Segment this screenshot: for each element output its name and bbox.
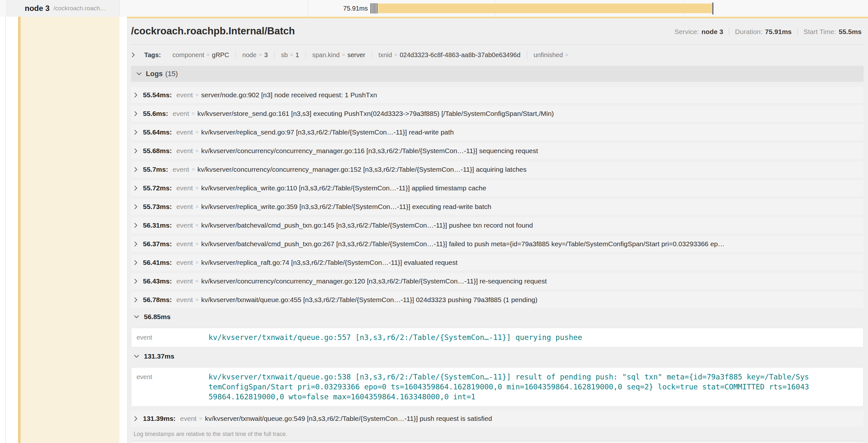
tag-item: component = gRPC bbox=[166, 52, 236, 59]
log-row[interactable]: 55.72ms: event = kv/kvserver/replica_wri… bbox=[131, 180, 864, 196]
log-row[interactable]: 56.37ms: event = kv/kvserver/batcheval/c… bbox=[131, 236, 864, 252]
log-timestamp: 55.7ms: bbox=[143, 166, 168, 173]
chevron-right-icon[interactable] bbox=[134, 185, 138, 191]
log-row[interactable]: 56.78ms: event = kv/kvserver/txnwait/que… bbox=[131, 292, 864, 308]
log-entry-expanded: 56.85ms event kv/kvserver/txnwait/queue.… bbox=[131, 310, 864, 347]
log-timestamp: 56.37ms: bbox=[143, 240, 172, 248]
chevron-right-icon[interactable] bbox=[134, 129, 138, 135]
logs-footer-note: Log timestamps are relative to the start… bbox=[131, 429, 864, 439]
log-timestamp: 55.73ms: bbox=[143, 203, 172, 211]
log-field-key: event bbox=[176, 184, 193, 192]
log-row[interactable]: 56.43ms: event = kv/kvserver/concurrency… bbox=[131, 273, 864, 289]
log-entry-header[interactable]: 56.85ms bbox=[131, 310, 864, 323]
log-row[interactable]: 55.7ms: event = kv/kvserver/concurrency/… bbox=[131, 162, 864, 177]
log-field-key: event bbox=[173, 166, 189, 173]
logs-section-header[interactable]: Logs (15) bbox=[131, 66, 864, 82]
chevron-right-icon[interactable] bbox=[134, 241, 138, 247]
logs-count: (15) bbox=[165, 70, 178, 78]
log-field-value: kv/kvserver/concurrency/concurrency_mana… bbox=[197, 166, 527, 173]
log-row[interactable]: 56.31ms: event = kv/kvserver/batcheval/c… bbox=[131, 217, 864, 233]
log-field-key: event bbox=[176, 277, 193, 285]
tag-key: unfinished bbox=[534, 52, 563, 59]
equals-sign: = bbox=[195, 129, 198, 135]
log-timestamp: 56.85ms bbox=[144, 313, 170, 321]
trace-span-row[interactable]: node 3 /cockroach.roach… 75.91ms bbox=[0, 0, 868, 17]
equals-sign: = bbox=[192, 110, 195, 117]
tag-list: component = gRPC node = 3 sb = 1 span.ki… bbox=[166, 52, 577, 59]
span-detail-panel: /cockroach.roachpb.Internal/Batch Servic… bbox=[127, 17, 868, 443]
log-field-key: event bbox=[176, 91, 193, 99]
log-timestamp: 55.68ms: bbox=[143, 147, 172, 155]
log-entry-header[interactable]: 131.37ms bbox=[131, 350, 864, 363]
log-field-key: event bbox=[176, 296, 193, 304]
log-list: 55.54ms: event = server/node.go:902 [n3]… bbox=[131, 87, 864, 427]
log-row[interactable]: 55.54ms: event = server/node.go:902 [n3]… bbox=[131, 87, 864, 103]
span-duration-bar[interactable] bbox=[378, 3, 712, 13]
log-field-key: event bbox=[176, 147, 193, 155]
log-field-value: kv/kvserver/txnwait/queue.go:549 [n3,s3,… bbox=[205, 415, 492, 422]
equals-sign: = bbox=[565, 52, 568, 58]
chevron-right-icon[interactable] bbox=[134, 110, 138, 117]
log-field-key: event bbox=[176, 128, 193, 136]
log-field-key: event bbox=[136, 333, 209, 343]
span-detail-header: /cockroach.roachpb.Internal/Batch Servic… bbox=[131, 18, 864, 45]
log-field-key: event bbox=[176, 203, 193, 211]
log-timestamp: 56.31ms: bbox=[143, 222, 172, 229]
span-end-marker bbox=[712, 3, 713, 14]
tag-value: 1 bbox=[296, 52, 299, 59]
log-row[interactable]: 131.39ms: event = kv/kvserver/txnwait/qu… bbox=[131, 411, 864, 427]
log-field-key: event bbox=[176, 240, 193, 248]
log-field-value: kv/kvserver/concurrency/concurrency_mana… bbox=[201, 277, 547, 285]
equals-sign: = bbox=[195, 241, 198, 247]
chevron-right-icon[interactable] bbox=[134, 415, 138, 422]
chevron-right-icon[interactable] bbox=[134, 222, 138, 229]
span-service-name: node 3 bbox=[25, 4, 50, 13]
span-accent-column bbox=[21, 17, 120, 443]
log-timestamp: 56.41ms: bbox=[143, 259, 172, 267]
tag-value: server bbox=[347, 52, 365, 59]
logs-footer-rule bbox=[131, 441, 864, 443]
tag-key: txnid bbox=[378, 52, 392, 59]
span-color-stripe bbox=[18, 0, 21, 443]
chevron-right-icon[interactable] bbox=[131, 52, 135, 58]
log-row[interactable]: 56.41ms: event = kv/kvserver/replica_raf… bbox=[131, 254, 864, 271]
tag-item: txnid = 024d3323-6c8f-4863-aa8b-37ab0e63… bbox=[372, 52, 527, 59]
log-timestamp: 55.72ms: bbox=[143, 184, 172, 192]
chevron-down-icon[interactable] bbox=[134, 354, 140, 358]
equals-sign: = bbox=[195, 222, 198, 229]
log-row[interactable]: 55.6ms: event = kv/kvserver/store_send.g… bbox=[131, 106, 864, 122]
log-row[interactable]: 55.73ms: event = kv/kvserver/replica_wri… bbox=[131, 199, 864, 215]
chevron-right-icon[interactable] bbox=[134, 148, 138, 154]
left-border-rule bbox=[5, 0, 6, 443]
chevron-right-icon[interactable] bbox=[134, 92, 138, 98]
log-timestamp: 131.39ms: bbox=[143, 415, 176, 422]
log-timestamp: 56.78ms: bbox=[143, 296, 172, 304]
log-row[interactable]: 55.64ms: event = kv/kvserver/replica_sen… bbox=[131, 124, 864, 140]
chevron-right-icon[interactable] bbox=[134, 166, 138, 173]
log-field-value: kv/kvserver/txnwait/queue.go:538 [n3,s3,… bbox=[209, 372, 809, 402]
chevron-right-icon[interactable] bbox=[134, 297, 138, 303]
equals-sign: = bbox=[195, 148, 198, 154]
log-field-key: event bbox=[173, 110, 189, 117]
chevron-right-icon[interactable] bbox=[134, 278, 138, 284]
equals-sign: = bbox=[195, 204, 198, 210]
tag-value: gRPC bbox=[212, 52, 229, 59]
tag-item: node = 3 bbox=[236, 52, 275, 59]
tags-row[interactable]: Tags: component = gRPC node = 3 sb = 1 s… bbox=[131, 48, 864, 62]
chevron-right-icon[interactable] bbox=[134, 204, 138, 210]
log-field-value: kv/kvserver/concurrency/concurrency_mana… bbox=[201, 147, 538, 155]
chevron-down-icon[interactable] bbox=[134, 315, 140, 319]
span-timeline[interactable]: 75.91ms bbox=[120, 0, 868, 17]
chevron-right-icon[interactable] bbox=[134, 260, 138, 266]
tag-value: 3 bbox=[265, 52, 268, 59]
chevron-down-icon[interactable] bbox=[136, 72, 142, 76]
tag-key: span.kind bbox=[312, 52, 340, 59]
equals-sign: = bbox=[199, 415, 203, 422]
meta-separator bbox=[797, 28, 798, 36]
span-name-cell[interactable]: node 3 /cockroach.roach… bbox=[6, 0, 120, 17]
equals-sign: = bbox=[259, 52, 262, 58]
equals-sign: = bbox=[290, 52, 293, 58]
log-row[interactable]: 55.68ms: event = kv/kvserver/concurrency… bbox=[131, 143, 864, 159]
equals-sign: = bbox=[394, 52, 397, 58]
log-field-value: kv/kvserver/txnwait/queue.go:557 [n3,s3,… bbox=[209, 333, 582, 343]
